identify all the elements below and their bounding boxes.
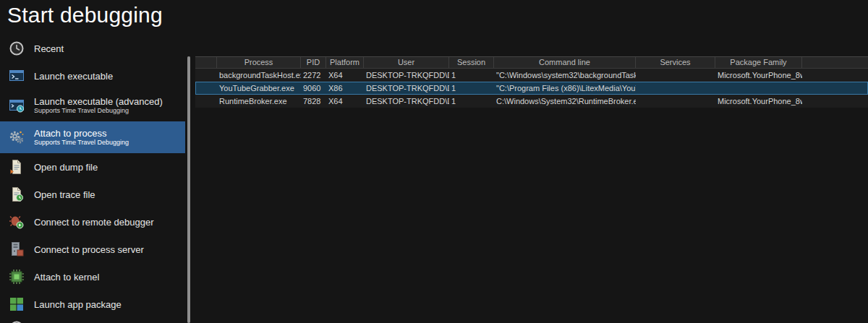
col-selector: [195, 57, 217, 68]
cell-pid: 7828: [301, 95, 326, 108]
cell-command-line: "C:\Windows\system32\backgroundTaskHo: [494, 69, 636, 82]
sidebar-item-label: Launch executable: [34, 71, 113, 82]
process-table: Process PID Platform User Session Comman…: [195, 56, 868, 108]
cell-platform: X64: [326, 69, 364, 82]
partial-circle-icon: [9, 320, 25, 323]
col-user[interactable]: User: [364, 57, 449, 68]
sidebar-item-label: Attach to kernel: [34, 272, 99, 283]
cell-platform: X64: [326, 95, 364, 108]
sidebar-item-open-dump-file[interactable]: Open dump file: [0, 153, 185, 181]
page-title: Start debugging: [7, 3, 163, 27]
sidebar-item-open-trace-file[interactable]: Open trace file: [0, 181, 185, 208]
gears-icon: [9, 129, 25, 145]
col-services[interactable]: Services: [636, 57, 715, 68]
sidebar-item-label: Recent: [34, 43, 64, 54]
sidebar-item-launch-executable-advanced[interactable]: Launch executable (advanced) Supports Ti…: [0, 90, 185, 121]
cell-pid: 9060: [301, 82, 326, 95]
cell-user: DESKTOP-TRKQFDD\DEVL: [364, 95, 449, 108]
sidebar-scrollbar-thumb[interactable]: [187, 56, 190, 323]
col-package-family[interactable]: Package Family: [715, 57, 802, 68]
sidebar-item-label: Connect to remote debugger: [34, 217, 154, 228]
table-row[interactable]: backgroundTaskHost.exe 2272 X64 DESKTOP-…: [195, 69, 868, 82]
sidebar-item-recent[interactable]: Recent: [0, 35, 185, 62]
sidebar-item-label: Open trace file: [34, 189, 95, 200]
sidebar-item-connect-process-server[interactable]: Connect to process server: [0, 236, 185, 263]
cell-session: 1: [449, 95, 494, 108]
sidebar-scrollbar[interactable]: [187, 56, 190, 323]
cell-process: YouTubeGrabber.exe: [217, 82, 301, 95]
col-pid[interactable]: PID: [301, 57, 326, 68]
sidebar-item-attach-to-kernel[interactable]: Attach to kernel: [0, 263, 185, 290]
cell-session: 1: [449, 82, 494, 95]
launch-executable-advanced-icon: [9, 98, 25, 113]
cell-process: backgroundTaskHost.exe: [217, 69, 301, 82]
sidebar-item-label: Connect to process server: [34, 244, 144, 255]
sidebar-item-label: Open dump file: [34, 162, 98, 173]
col-command-line[interactable]: Command line: [494, 57, 636, 68]
sidebar-item-partial[interactable]: [0, 318, 185, 323]
cell-user: DESKTOP-TRKQFDD\DEVL: [364, 69, 449, 82]
sidebar-item-attach-to-process[interactable]: Attach to process Supports Time Travel D…: [0, 121, 185, 153]
sidebar-item-label: Launch app package: [34, 299, 122, 310]
table-header: Process PID Platform User Session Comman…: [195, 56, 868, 69]
table-row[interactable]: RuntimeBroker.exe 7828 X64 DESKTOP-TRKQF…: [195, 95, 868, 108]
trace-file-icon: [9, 186, 25, 202]
sidebar-item-launch-app-package[interactable]: Launch app package: [0, 290, 185, 318]
app-package-icon: [9, 296, 25, 312]
kernel-icon: [9, 269, 25, 285]
cell-user: DESKTOP-TRKQFDD\DEVL: [364, 82, 449, 95]
cell-pid: 2272: [301, 69, 326, 82]
dump-file-icon: [9, 159, 25, 175]
sidebar-item-launch-executable[interactable]: Launch executable: [0, 62, 185, 90]
cell-package-family: Microsoft.YourPhone_8wel: [715, 95, 802, 108]
sidebar-item-label: Launch executable (advanced): [34, 96, 163, 107]
cell-command-line: C:\Windows\System32\RuntimeBroker.exe -: [494, 95, 636, 108]
cell-package-family: Microsoft.YourPhone_8wel: [715, 69, 802, 82]
cell-command-line: "C:\Program Files (x86)\LitexMedia\YouTu…: [494, 82, 636, 95]
table-row-selected[interactable]: YouTubeGrabber.exe 9060 X86 DESKTOP-TRKQ…: [195, 82, 868, 95]
sidebar-item-label: Attach to process: [34, 128, 129, 139]
sidebar-item-connect-remote-debugger[interactable]: Connect to remote debugger: [0, 208, 185, 236]
sidebar-item-sublabel: Supports Time Travel Debugging: [34, 139, 129, 147]
clock-icon: [9, 40, 25, 56]
cell-process: RuntimeBroker.exe: [217, 95, 301, 108]
sidebar-item-sublabel: Supports Time Travel Debugging: [34, 107, 163, 115]
process-server-icon: [9, 241, 25, 257]
remote-debugger-icon: [9, 214, 25, 230]
cell-session: 1: [449, 69, 494, 82]
col-filler: [802, 57, 868, 68]
col-session[interactable]: Session: [449, 57, 494, 68]
launch-executable-icon: [9, 68, 25, 84]
cell-platform: X86: [326, 82, 364, 95]
col-process[interactable]: Process: [217, 57, 301, 68]
sidebar: Recent Launch executable Launch executab…: [0, 35, 185, 323]
col-platform[interactable]: Platform: [326, 57, 364, 68]
